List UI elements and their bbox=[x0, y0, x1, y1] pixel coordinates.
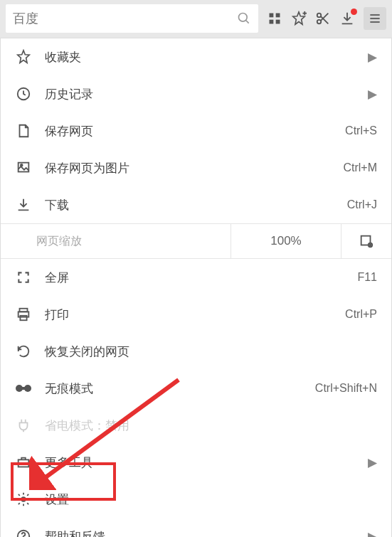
menu-settings[interactable]: 设置 bbox=[1, 481, 391, 518]
briefcase-icon bbox=[15, 454, 32, 471]
svg-point-0 bbox=[239, 14, 248, 22]
menu-label: 无痕模式 bbox=[45, 381, 315, 397]
menu-restore-closed[interactable]: 恢复关闭的网页 bbox=[1, 333, 391, 370]
menu-save-page[interactable]: 保存网页 Ctrl+S bbox=[1, 112, 391, 149]
toolbar bbox=[0, 0, 392, 37]
menu-print[interactable]: 打印 Ctrl+P bbox=[1, 296, 391, 333]
menu-label: 设置 bbox=[45, 491, 377, 508]
star-icon bbox=[15, 48, 32, 65]
menu-label: 更多工具 bbox=[45, 454, 362, 471]
svg-point-25 bbox=[24, 385, 31, 392]
file-icon bbox=[15, 122, 32, 139]
menu-help[interactable]: 帮助和反馈 ▶ bbox=[1, 518, 391, 537]
menu-label: 收藏夹 bbox=[45, 49, 362, 65]
menu-label: 历史记录 bbox=[45, 86, 362, 102]
menu-save-image[interactable]: 保存网页为图片 Ctrl+M bbox=[1, 149, 391, 186]
menu-button[interactable] bbox=[364, 7, 386, 30]
shortcut: Ctrl+P bbox=[345, 308, 377, 321]
menu-download[interactable]: 下载 Ctrl+J bbox=[1, 186, 391, 223]
menu-label: 下载 bbox=[45, 197, 347, 213]
chevron-right-icon: ▶ bbox=[368, 529, 377, 538]
menu-label: 保存网页 bbox=[45, 123, 345, 139]
svg-point-24 bbox=[16, 385, 23, 392]
svg-rect-4 bbox=[270, 20, 274, 24]
incognito-icon bbox=[15, 380, 32, 397]
svg-rect-5 bbox=[276, 20, 280, 24]
chevron-right-icon: ▶ bbox=[368, 87, 377, 102]
menu-label: 省电模式：禁用 bbox=[45, 418, 377, 434]
download-toolbar-icon[interactable] bbox=[339, 11, 355, 26]
menu-label: 保存网页为图片 bbox=[45, 160, 343, 176]
menu-more-tools[interactable]: 更多工具 ▶ bbox=[1, 444, 391, 481]
menu-history[interactable]: 历史记录 ▶ bbox=[1, 75, 391, 112]
star-add-icon[interactable] bbox=[291, 11, 307, 26]
shortcut: Ctrl+Shift+N bbox=[315, 382, 377, 395]
shortcut: Ctrl+M bbox=[343, 161, 377, 174]
shortcut: Ctrl+J bbox=[347, 198, 377, 211]
help-icon bbox=[15, 528, 32, 537]
clock-icon bbox=[15, 85, 32, 102]
svg-rect-2 bbox=[270, 14, 274, 18]
chevron-right-icon: ▶ bbox=[368, 50, 377, 65]
gear-icon bbox=[15, 491, 32, 508]
shortcut: Ctrl+S bbox=[345, 124, 377, 137]
restore-icon bbox=[15, 343, 32, 360]
menu-zoom-row: 网页缩放 100% bbox=[1, 223, 391, 259]
search-box[interactable] bbox=[6, 4, 258, 33]
menu-label: 全屏 bbox=[45, 270, 357, 286]
chevron-right-icon: ▶ bbox=[368, 455, 377, 470]
svg-line-1 bbox=[246, 21, 249, 23]
notification-dot bbox=[351, 9, 357, 15]
download-icon bbox=[15, 196, 32, 213]
apps-icon[interactable] bbox=[267, 11, 282, 26]
menu-power-save: 省电模式：禁用 bbox=[1, 407, 391, 444]
menu-label: 帮助和反馈 bbox=[45, 528, 362, 538]
svg-point-20 bbox=[370, 245, 371, 246]
scissors-icon[interactable] bbox=[315, 11, 331, 26]
zoom-label: 网页缩放 bbox=[1, 224, 231, 258]
svg-point-28 bbox=[21, 497, 26, 501]
search-icon[interactable] bbox=[237, 11, 251, 26]
plug-icon bbox=[15, 417, 32, 434]
menu-incognito[interactable]: 无痕模式 Ctrl+Shift+N bbox=[1, 370, 391, 407]
menu-favorites[interactable]: 收藏夹 ▶ bbox=[1, 38, 391, 75]
image-file-icon bbox=[15, 159, 32, 176]
fullscreen-icon bbox=[15, 269, 32, 286]
svg-rect-27 bbox=[18, 459, 29, 467]
menu-label: 恢复关闭的网页 bbox=[45, 344, 377, 360]
svg-point-17 bbox=[21, 164, 23, 166]
svg-rect-26 bbox=[22, 387, 25, 390]
svg-rect-3 bbox=[276, 14, 280, 18]
shortcut: F11 bbox=[357, 271, 377, 284]
print-icon bbox=[15, 306, 32, 323]
zoom-value[interactable]: 100% bbox=[231, 224, 341, 258]
menu-fullscreen[interactable]: 全屏 F11 bbox=[1, 259, 391, 296]
main-menu: 收藏夹 ▶ 历史记录 ▶ 保存网页 Ctrl+S 保存网页为图片 Ctrl+M … bbox=[0, 38, 392, 537]
menu-label: 打印 bbox=[45, 307, 345, 323]
zoom-expand-button[interactable] bbox=[341, 224, 391, 258]
search-input[interactable] bbox=[13, 11, 237, 26]
